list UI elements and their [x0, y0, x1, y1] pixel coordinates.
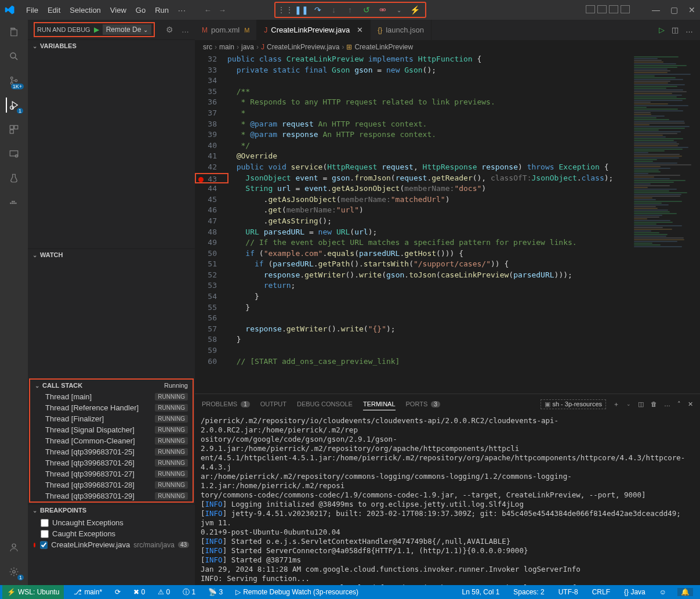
sync[interactable]: ⟳	[112, 588, 124, 596]
menu-run[interactable]: Run	[151, 3, 173, 17]
menu-edit[interactable]: Edit	[43, 3, 64, 17]
thread-row[interactable]: Thread [Common-Cleaner]RUNNING	[30, 435, 193, 446]
editor[interactable]: 3233343536373839404142434445464748495051…	[195, 54, 700, 394]
breadcrumbs[interactable]: src›main›java›J CreateLinkPreview.java›⊞…	[195, 40, 700, 54]
callstack-header[interactable]: ⌄CALL STACKRunning	[30, 380, 193, 391]
debug-icon[interactable]: 1	[6, 98, 21, 113]
grip-icon[interactable]: ⋮⋮	[280, 5, 291, 15]
bp-file-check[interactable]	[40, 541, 48, 549]
new-terminal-icon[interactable]: ＋	[613, 400, 619, 409]
gutter[interactable]: 3233343536373839404142434445464748495051…	[195, 54, 227, 394]
account-icon[interactable]	[6, 540, 21, 555]
tab-CreateLinkPreview.java[interactable]: JCreateLinkPreview.java✕	[257, 20, 371, 40]
panel-close-icon[interactable]: ✕	[688, 400, 693, 408]
explorer-icon[interactable]	[6, 24, 21, 39]
panel-up-icon[interactable]: ˄	[677, 400, 681, 408]
minimap[interactable]	[632, 54, 700, 394]
spaces[interactable]: Spaces: 2	[510, 588, 547, 596]
encoding[interactable]: UTF-8	[556, 588, 581, 596]
crumb-main[interactable]: main	[219, 43, 234, 51]
lightning-icon[interactable]: ⚡	[410, 5, 420, 15]
bp-caught[interactable]: Caught Exceptions	[28, 528, 195, 539]
thread-row[interactable]: Thread [qtp399683701-25]RUNNING	[30, 446, 193, 457]
bp-uncaught-check[interactable]	[41, 519, 49, 527]
errors[interactable]: ✖ 0	[130, 588, 148, 596]
crumb-CreateLinkPreview.java[interactable]: CreateLinkPreview.java	[267, 43, 339, 51]
feedback-icon[interactable]: ☺	[657, 588, 669, 596]
thread-row[interactable]: Thread [Finalizer]RUNNING	[30, 413, 193, 424]
search-icon[interactable]	[6, 49, 21, 64]
breakpoints-header[interactable]: ⌄BREAKPOINTS	[28, 504, 195, 516]
panel-tab-debug console[interactable]: DEBUG CONSOLE	[297, 398, 353, 410]
eol[interactable]: CRLF	[589, 588, 613, 596]
code-content[interactable]: public class CreateLinkPreview implement…	[227, 54, 632, 394]
chevron-down-icon[interactable]: ⌄	[394, 5, 404, 15]
ports[interactable]: 📡 3	[205, 588, 226, 596]
crumb-src[interactable]: src	[203, 43, 212, 51]
config-select[interactable]: Remote De ⌄	[103, 24, 152, 35]
remote-icon[interactable]	[6, 146, 21, 161]
close-icon[interactable]: ✕	[688, 5, 695, 15]
layout-icons[interactable]	[586, 5, 630, 15]
menu-···[interactable]: ···	[174, 3, 190, 17]
bp-uncaught[interactable]: Uncaught Exceptions	[28, 517, 195, 528]
bell-icon[interactable]: 🔔	[677, 588, 693, 596]
panel-tab-terminal[interactable]: TERMINAL	[363, 398, 396, 410]
play-outline-icon[interactable]: ▷	[659, 26, 665, 34]
tab-launch.json[interactable]: {}launch.json	[371, 20, 431, 40]
thread-row[interactable]: Thread [Signal Dispatcher]RUNNING	[30, 424, 193, 435]
variables-header[interactable]: ⌄VARIABLES	[28, 40, 195, 52]
trash-icon[interactable]: 🗑	[651, 400, 657, 407]
thread-row[interactable]: Thread [qtp399683701-27]RUNNING	[30, 468, 193, 479]
panel-tab-ports[interactable]: PORTS3	[406, 398, 440, 410]
maximize-icon[interactable]: ▢	[670, 5, 678, 15]
menu-selection[interactable]: Selection	[66, 3, 104, 17]
panel-tab-problems[interactable]: PROBLEMS1	[202, 398, 250, 410]
remote-indicator[interactable]: ⚡ WSL: Ubuntu	[2, 585, 64, 599]
step-into-icon[interactable]: ↓	[329, 5, 339, 15]
cursor-pos[interactable]: Ln 59, Col 1	[459, 588, 503, 596]
restart-icon[interactable]: ↺	[361, 5, 372, 15]
thread-row[interactable]: Thread [qtp399683701-26]RUNNING	[30, 457, 193, 468]
crumb-java[interactable]: java	[241, 43, 254, 51]
infos[interactable]: ⓘ 1	[180, 587, 198, 597]
terminal-output[interactable]: /pierrick/.m2/repository/io/cloudevents/…	[195, 414, 700, 585]
testing-icon[interactable]	[6, 171, 21, 186]
nav-fwd-icon[interactable]: →	[219, 6, 226, 15]
split-terminal-icon[interactable]: ◫	[638, 400, 644, 408]
pause-icon[interactable]: ❚❚	[296, 5, 307, 15]
watch-header[interactable]: ⌄WATCH	[28, 249, 195, 261]
minimize-icon[interactable]: —	[652, 5, 660, 15]
step-over-icon[interactable]: ↷	[313, 5, 323, 15]
thread-row[interactable]: Thread [qtp399683701-29]RUNNING	[30, 490, 193, 501]
bp-caught-check[interactable]	[41, 530, 49, 538]
tab-pom.xml[interactable]: Mpom.xmlM	[195, 20, 257, 40]
tab-close-icon[interactable]: ✕	[357, 26, 363, 34]
menu-file[interactable]: File	[22, 3, 42, 17]
thread-row[interactable]: Thread [Reference Handler]RUNNING	[30, 402, 193, 413]
extensions-icon[interactable]	[6, 122, 21, 137]
split-icon[interactable]: ◫	[672, 26, 679, 34]
bp-file[interactable]: CreateLinkPreview.javasrc/main/java43	[28, 539, 195, 550]
docker-icon[interactable]	[6, 195, 21, 210]
panel-tab-output[interactable]: OUTPUT	[260, 398, 286, 410]
config-gear-icon[interactable]: ⚙	[166, 25, 173, 34]
crumb-CreateLinkPreview[interactable]: CreateLinkPreview	[354, 43, 413, 51]
warnings[interactable]: ⚠ 0	[155, 588, 173, 596]
menu-go[interactable]: Go	[132, 3, 150, 17]
nav-arrows[interactable]: ← →	[204, 6, 226, 15]
nav-back-icon[interactable]: ←	[204, 6, 212, 15]
language[interactable]: {} Java	[621, 588, 648, 596]
thread-row[interactable]: Thread [qtp399683701-28]RUNNING	[30, 479, 193, 490]
menu-view[interactable]: View	[106, 3, 130, 17]
tab-more-icon[interactable]: …	[686, 26, 693, 34]
disconnect-icon[interactable]: ⚮	[378, 5, 388, 15]
step-out-icon[interactable]: ↑	[345, 5, 356, 15]
panel-more-icon[interactable]: …	[664, 400, 670, 407]
play-icon[interactable]: ▶	[94, 26, 99, 34]
branch[interactable]: ⎇ main*	[71, 588, 105, 596]
gear-icon[interactable]: 1	[6, 564, 21, 579]
shell-select[interactable]: ▣ sh - 3p-resources	[541, 399, 606, 409]
thread-row[interactable]: Thread [main]RUNNING	[30, 391, 193, 402]
scm-icon[interactable]: 1K+	[6, 73, 21, 88]
